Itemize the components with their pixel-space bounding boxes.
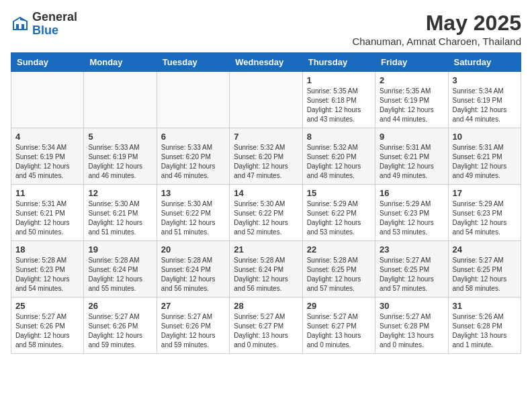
day-number: 16 [380,188,443,198]
calendar-week-row: 4Sunrise: 5:34 AMSunset: 6:19 PMDaylight… [11,128,521,185]
calendar-cell: 13Sunrise: 5:30 AMSunset: 6:22 PMDayligh… [157,185,229,241]
cell-content: Sunrise: 5:27 AMSunset: 6:26 PMDaylight:… [88,312,152,350]
calendar-header-wednesday: Wednesday [230,53,302,72]
cell-content: Sunrise: 5:28 AMSunset: 6:24 PMDaylight:… [161,256,225,293]
calendar-header-saturday: Saturday [448,53,521,72]
cell-content: Sunrise: 5:30 AMSunset: 6:21 PMDaylight:… [88,199,152,237]
calendar-cell: 23Sunrise: 5:27 AMSunset: 6:25 PMDayligh… [375,241,448,298]
month-year-title: May 2025 [352,11,521,36]
calendar-cell: 7Sunrise: 5:32 AMSunset: 6:20 PMDaylight… [230,128,302,185]
day-number: 4 [15,132,79,142]
cell-content: Sunrise: 5:28 AMSunset: 6:24 PMDaylight:… [88,256,152,293]
day-number: 19 [88,244,152,255]
calendar-cell: 8Sunrise: 5:32 AMSunset: 6:20 PMDaylight… [302,128,375,185]
day-number: 6 [161,132,225,142]
cell-content: Sunrise: 5:27 AMSunset: 6:26 PMDaylight:… [15,312,79,350]
logo-general: General [32,11,77,24]
cell-content: Sunrise: 5:32 AMSunset: 6:20 PMDaylight:… [234,143,298,181]
cell-content: Sunrise: 5:27 AMSunset: 6:25 PMDaylight:… [380,256,443,293]
svg-rect-3 [16,24,19,30]
calendar-cell: 1Sunrise: 5:35 AMSunset: 6:18 PMDaylight… [302,72,375,128]
day-number: 10 [453,132,517,142]
day-number: 17 [453,188,517,198]
calendar-cell: 14Sunrise: 5:30 AMSunset: 6:22 PMDayligh… [230,185,302,241]
day-number: 12 [88,188,152,198]
cell-content: Sunrise: 5:29 AMSunset: 6:23 PMDaylight:… [380,199,443,237]
calendar-cell: 21Sunrise: 5:28 AMSunset: 6:24 PMDayligh… [230,241,302,298]
calendar-cell: 16Sunrise: 5:29 AMSunset: 6:23 PMDayligh… [375,185,448,241]
calendar-cell: 20Sunrise: 5:28 AMSunset: 6:24 PMDayligh… [157,241,229,298]
day-number: 26 [88,301,152,311]
cell-content: Sunrise: 5:28 AMSunset: 6:25 PMDaylight:… [307,256,371,293]
calendar-cell [11,72,84,128]
calendar-cell: 9Sunrise: 5:31 AMSunset: 6:21 PMDaylight… [375,128,448,185]
cell-content: Sunrise: 5:27 AMSunset: 6:26 PMDaylight:… [161,312,225,350]
svg-rect-4 [21,24,24,30]
day-number: 25 [15,301,79,311]
logo-blue: Blue [32,24,77,38]
calendar-cell: 25Sunrise: 5:27 AMSunset: 6:26 PMDayligh… [11,298,84,354]
calendar-cell: 22Sunrise: 5:28 AMSunset: 6:25 PMDayligh… [302,241,375,298]
day-number: 21 [234,244,298,255]
calendar-cell [84,72,157,128]
day-number: 1 [307,75,371,85]
cell-content: Sunrise: 5:31 AMSunset: 6:21 PMDaylight:… [15,199,79,237]
calendar-table: SundayMondayTuesdayWednesdayThursdayFrid… [11,52,521,354]
cell-content: Sunrise: 5:27 AMSunset: 6:25 PMDaylight:… [453,256,517,293]
calendar-header-monday: Monday [84,53,157,72]
cell-content: Sunrise: 5:28 AMSunset: 6:23 PMDaylight:… [15,256,79,293]
cell-content: Sunrise: 5:30 AMSunset: 6:22 PMDaylight:… [161,199,225,237]
calendar-cell: 4Sunrise: 5:34 AMSunset: 6:19 PMDaylight… [11,128,84,185]
calendar-header-tuesday: Tuesday [157,53,229,72]
calendar-cell: 27Sunrise: 5:27 AMSunset: 6:26 PMDayligh… [157,298,229,354]
cell-content: Sunrise: 5:34 AMSunset: 6:19 PMDaylight:… [453,87,517,124]
calendar-cell: 2Sunrise: 5:35 AMSunset: 6:19 PMDaylight… [375,72,448,128]
day-number: 30 [380,301,443,311]
calendar-cell: 28Sunrise: 5:27 AMSunset: 6:27 PMDayligh… [230,298,302,354]
cell-content: Sunrise: 5:27 AMSunset: 6:28 PMDaylight:… [380,312,443,350]
calendar-cell [157,72,229,128]
day-number: 13 [161,188,225,198]
day-number: 11 [15,188,79,198]
day-number: 18 [15,244,79,255]
cell-content: Sunrise: 5:33 AMSunset: 6:19 PMDaylight:… [88,143,152,181]
day-number: 8 [307,132,371,142]
day-number: 7 [234,132,298,142]
calendar-cell: 17Sunrise: 5:29 AMSunset: 6:23 PMDayligh… [448,185,521,241]
day-number: 24 [453,244,517,255]
cell-content: Sunrise: 5:28 AMSunset: 6:24 PMDaylight:… [234,256,298,293]
day-number: 23 [380,244,443,255]
cell-content: Sunrise: 5:31 AMSunset: 6:21 PMDaylight:… [453,143,517,181]
calendar-cell: 12Sunrise: 5:30 AMSunset: 6:21 PMDayligh… [84,185,157,241]
calendar-week-row: 1Sunrise: 5:35 AMSunset: 6:18 PMDaylight… [11,72,521,128]
cell-content: Sunrise: 5:27 AMSunset: 6:27 PMDaylight:… [234,312,298,350]
day-number: 15 [307,188,371,198]
title-block: May 2025 Chanuman, Amnat Charoen, Thaila… [352,11,521,47]
day-number: 3 [453,75,517,85]
calendar-cell: 18Sunrise: 5:28 AMSunset: 6:23 PMDayligh… [11,241,84,298]
calendar-cell: 26Sunrise: 5:27 AMSunset: 6:26 PMDayligh… [84,298,157,354]
calendar-cell: 6Sunrise: 5:33 AMSunset: 6:20 PMDaylight… [157,128,229,185]
day-number: 28 [234,301,298,311]
logo: General Blue [11,11,77,38]
day-number: 20 [161,244,225,255]
page-header: General Blue May 2025 Chanuman, Amnat Ch… [11,11,521,47]
day-number: 22 [307,244,371,255]
cell-content: Sunrise: 5:35 AMSunset: 6:19 PMDaylight:… [380,87,443,124]
day-number: 29 [307,301,371,311]
calendar-cell: 30Sunrise: 5:27 AMSunset: 6:28 PMDayligh… [375,298,448,354]
calendar-cell: 24Sunrise: 5:27 AMSunset: 6:25 PMDayligh… [448,241,521,298]
cell-content: Sunrise: 5:32 AMSunset: 6:20 PMDaylight:… [307,143,371,181]
day-number: 27 [161,301,225,311]
calendar-cell: 11Sunrise: 5:31 AMSunset: 6:21 PMDayligh… [11,185,84,241]
calendar-header-sunday: Sunday [11,53,84,72]
calendar-header-thursday: Thursday [302,53,375,72]
cell-content: Sunrise: 5:29 AMSunset: 6:22 PMDaylight:… [307,199,371,237]
calendar-cell: 29Sunrise: 5:27 AMSunset: 6:27 PMDayligh… [302,298,375,354]
cell-content: Sunrise: 5:30 AMSunset: 6:22 PMDaylight:… [234,199,298,237]
calendar-header-friday: Friday [375,53,448,72]
svg-marker-2 [20,17,28,21]
calendar-week-row: 25Sunrise: 5:27 AMSunset: 6:26 PMDayligh… [11,298,521,354]
cell-content: Sunrise: 5:35 AMSunset: 6:18 PMDaylight:… [307,87,371,124]
day-number: 31 [453,301,517,311]
